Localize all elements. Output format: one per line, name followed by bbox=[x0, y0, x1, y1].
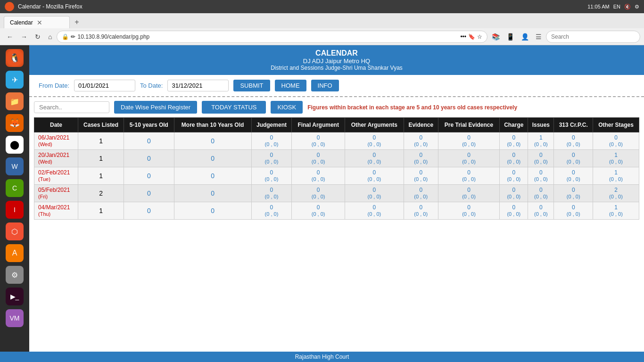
col-more-10: More than 10 Years Old bbox=[174, 118, 251, 132]
cell-date[interactable]: 05/Feb/2021(Fri) bbox=[34, 185, 78, 202]
browser-search-input[interactable] bbox=[546, 31, 640, 43]
cell-cases-listed: 2 bbox=[78, 185, 124, 202]
cell-cases-listed: 1 bbox=[78, 202, 124, 220]
cell-more-10: 0 bbox=[174, 132, 251, 150]
settings-tray-icon[interactable]: ⚙ bbox=[635, 4, 639, 10]
sidebar-icon-ubuntu[interactable]: 🐧 bbox=[6, 49, 24, 67]
cell-313: 0(0 , 0) bbox=[554, 150, 593, 167]
cell-date[interactable]: 06/Jan/2021(Wed) bbox=[34, 132, 78, 150]
cell-other-args: 0(0 , 0) bbox=[345, 150, 404, 167]
cell-5-10: 0 bbox=[124, 202, 174, 220]
new-tab-button[interactable]: + bbox=[71, 16, 83, 28]
ubuntu-icon bbox=[5, 2, 14, 11]
sidebar-icon-firefox[interactable]: 🦊 bbox=[6, 114, 24, 132]
sidebar-icon-texteditor[interactable]: A bbox=[6, 244, 24, 262]
sidebar-icon-settings[interactable]: ⚙ bbox=[6, 266, 24, 284]
cell-final-arg: 0(0 , 0) bbox=[292, 132, 345, 150]
menu-icon[interactable]: ☰ bbox=[533, 32, 544, 41]
col-final-arg: Final Argument bbox=[292, 118, 345, 132]
star-icon[interactable]: ☆ bbox=[477, 33, 482, 40]
tab-label: Calendar bbox=[10, 19, 33, 26]
table-row[interactable]: 06/Jan/2021(Wed) 1 0 0 0(0 , 0) 0(0 , 0)… bbox=[34, 132, 639, 150]
back-button[interactable]: ← bbox=[4, 31, 16, 42]
sidebar-icon-files[interactable]: 📁 bbox=[6, 92, 24, 110]
cell-date[interactable]: 02/Feb/2021(Tue) bbox=[34, 167, 78, 185]
cell-313: 0(0 , 0) bbox=[554, 202, 593, 220]
from-date-label: From Date: bbox=[39, 82, 69, 89]
cell-other-stages: 1(0 , 0) bbox=[593, 150, 639, 167]
edit-icon: ✏ bbox=[71, 33, 75, 40]
sidebar-icon-impress[interactable]: I bbox=[6, 201, 24, 219]
url-bar[interactable]: 🔒 ✏ 10.130.8.90/calendar/pg.php ••• 🔖 ☆ bbox=[57, 31, 487, 43]
cell-date[interactable]: 20/Jan/2021(Wed) bbox=[34, 150, 78, 167]
submit-button[interactable]: SUBMIT bbox=[233, 80, 270, 91]
security-icon: 🔒 bbox=[62, 33, 69, 40]
sidebar-icon-git[interactable]: ⬡ bbox=[6, 222, 24, 240]
profile-icon[interactable]: 👤 bbox=[519, 32, 531, 41]
forward-button[interactable]: → bbox=[18, 31, 30, 42]
cell-final-arg: 0(0 , 0) bbox=[292, 202, 345, 220]
bookmarks-icon[interactable]: 📚 bbox=[489, 32, 502, 41]
info-button[interactable]: INFO bbox=[311, 80, 339, 91]
sidebar-icon-vm[interactable]: VM bbox=[6, 309, 24, 327]
bookmark-icon[interactable]: 🔖 bbox=[468, 33, 475, 40]
cell-final-arg: 0(0 , 0) bbox=[292, 150, 345, 167]
table-row[interactable]: 20/Jan/2021(Wed) 1 0 0 0(0 , 0) 0(0 , 0)… bbox=[34, 150, 639, 167]
synced-tabs-icon[interactable]: 📱 bbox=[504, 32, 517, 41]
cell-charge: 0(0 , 0) bbox=[500, 150, 528, 167]
kiosk-button[interactable]: KIOSK bbox=[271, 101, 303, 114]
table-search-input[interactable] bbox=[34, 101, 109, 113]
cell-more-10: 0 bbox=[174, 202, 251, 220]
volume-icon: 🔇 bbox=[624, 4, 631, 10]
date-wise-button[interactable]: Date Wise Peshi Register bbox=[114, 101, 197, 114]
table-header-row: Date Cases Listed 5-10 years Old More th… bbox=[34, 118, 639, 132]
cell-pre-trial: 0(0 , 0) bbox=[438, 202, 500, 220]
sidebar-icon-telegram[interactable]: ✈ bbox=[6, 71, 24, 89]
tab-bar: Calendar ✕ + bbox=[0, 13, 644, 28]
figures-note: Figures within bracket in each stage are… bbox=[307, 104, 517, 111]
app-title: CALENDAR bbox=[29, 49, 644, 58]
sidebar-icon-terminal[interactable]: ▶_ bbox=[6, 288, 24, 305]
cell-pre-trial: 0(0 , 0) bbox=[438, 132, 500, 150]
footer-text: Rajasthan High Court bbox=[295, 354, 349, 360]
col-other-stages: Other Stages bbox=[593, 118, 639, 132]
from-date-input[interactable] bbox=[74, 80, 135, 91]
cell-date[interactable]: 04/Mar/2021(Thu) bbox=[34, 202, 78, 220]
col-evidence: Evidence bbox=[404, 118, 438, 132]
cell-pre-trial: 0(0 , 0) bbox=[438, 185, 500, 202]
home-nav-button[interactable]: ⌂ bbox=[45, 31, 55, 42]
sidebar-icon-calc[interactable]: C bbox=[6, 179, 24, 197]
cell-313: 0(0 , 0) bbox=[554, 132, 593, 150]
col-cases-listed: Cases Listed bbox=[78, 118, 124, 132]
table-row[interactable]: 05/Feb/2021(Fri) 2 0 0 0(0 , 0) 0(0 , 0)… bbox=[34, 185, 639, 202]
reload-button[interactable]: ↻ bbox=[32, 31, 43, 42]
browser-tab[interactable]: Calendar ✕ bbox=[4, 16, 70, 28]
home-button[interactable]: HOME bbox=[275, 80, 306, 91]
app-sub2: District and Sessions Judge-Shri Uma Sha… bbox=[29, 65, 644, 71]
cell-other-stages: 1(0 , 0) bbox=[593, 202, 639, 220]
cell-pre-trial: 0(0 , 0) bbox=[438, 150, 500, 167]
cell-charge: 0(0 , 0) bbox=[500, 167, 528, 185]
sidebar-icon-writer[interactable]: W bbox=[6, 157, 24, 175]
cell-issues: 0(0 , 0) bbox=[528, 185, 554, 202]
table-row[interactable]: 04/Mar/2021(Thu) 1 0 0 0(0 , 0) 0(0 , 0)… bbox=[34, 202, 639, 220]
window-title: Calendar - Mozilla Firefox bbox=[18, 3, 83, 10]
col-other-args: Other Arguments bbox=[345, 118, 404, 132]
cell-charge: 0(0 , 0) bbox=[500, 202, 528, 220]
today-status-button[interactable]: TODAY STATUS bbox=[202, 101, 266, 114]
cell-evidence: 0(0 , 0) bbox=[404, 132, 438, 150]
footer: Rajasthan High Court bbox=[0, 352, 644, 362]
cell-5-10: 0 bbox=[124, 167, 174, 185]
sidebar: 🐧 ✈ 📁 🦊 ⬤ W C I ⬡ A ⚙ ▶_ VM bbox=[0, 45, 29, 352]
toolbar-row: Date Wise Peshi Register TODAY STATUS KI… bbox=[29, 97, 644, 117]
to-date-input[interactable] bbox=[167, 80, 229, 91]
cell-judgement: 0(0 , 0) bbox=[251, 167, 292, 185]
sidebar-icon-chrome[interactable]: ⬤ bbox=[6, 136, 24, 154]
table-container: Date Cases Listed 5-10 years Old More th… bbox=[29, 117, 644, 224]
cell-other-stages: 1(0 , 0) bbox=[593, 167, 639, 185]
tab-close-button[interactable]: ✕ bbox=[37, 19, 42, 26]
to-date-label: To Date: bbox=[140, 82, 163, 89]
cell-evidence: 0(0 , 0) bbox=[404, 167, 438, 185]
col-charge: Charge bbox=[500, 118, 528, 132]
table-row[interactable]: 02/Feb/2021(Tue) 1 0 0 0(0 , 0) 0(0 , 0)… bbox=[34, 167, 639, 185]
